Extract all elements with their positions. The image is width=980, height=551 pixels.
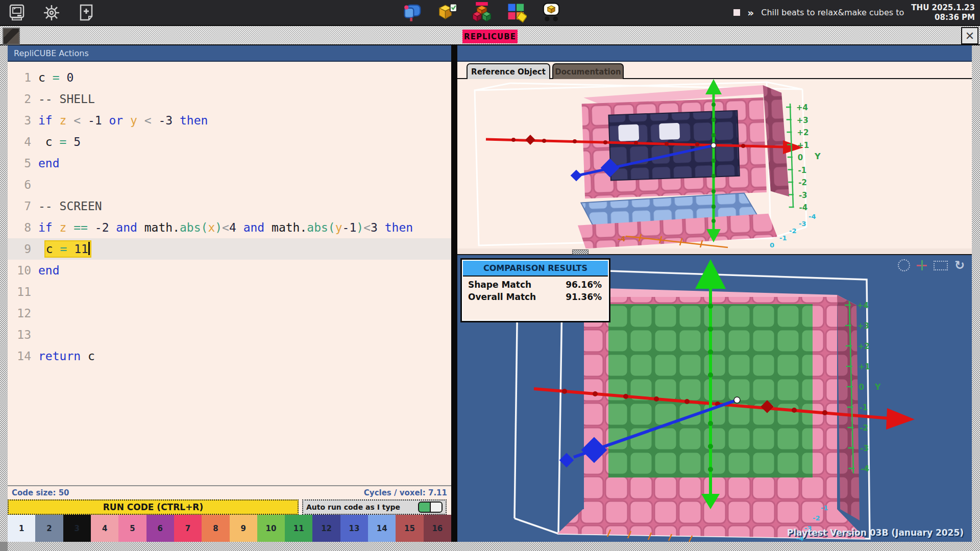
palette-swatch-16[interactable]: 16	[424, 515, 451, 542]
bottom-scroll-strip	[0, 542, 980, 551]
autorun-toggle[interactable]	[418, 502, 443, 513]
palette-swatch-3[interactable]: 3	[63, 515, 91, 542]
code-line[interactable]: 3if z < -1 or y < -3 then	[8, 110, 451, 131]
reference-3d-view[interactable]: +4+3+2+10-1-2-3-4Y-40-1-2-3-4	[457, 79, 972, 248]
comparison-label: Shape Match	[468, 280, 531, 290]
new-file-icon[interactable]	[78, 4, 95, 21]
selection-rect-icon[interactable]	[934, 261, 948, 270]
taskbar: » Chill beats to relax&make cubes to THU…	[0, 0, 980, 25]
axes-icon[interactable]	[917, 260, 927, 270]
svg-text:-4: -4	[799, 203, 808, 212]
right-panels: Reference Object Documentation	[457, 62, 972, 542]
mailbox-app-icon[interactable]	[402, 2, 423, 23]
monitor-eye-left	[618, 124, 639, 141]
autorun-label: Auto run code as I type	[306, 503, 400, 511]
code-line[interactable]: 5end	[8, 153, 451, 174]
replicube-screen: » Chill beats to relax&make cubes to THU…	[0, 0, 980, 551]
palette-swatch-9[interactable]: 9	[230, 515, 257, 542]
tab-reference-object[interactable]: Reference Object	[467, 63, 550, 79]
svg-text:+3: +3	[797, 116, 808, 125]
palette-swatch-8[interactable]: 8	[202, 515, 229, 542]
svg-text:+1: +1	[797, 141, 809, 150]
palette-swatch-15[interactable]: 15	[396, 515, 423, 542]
cube-chat-app-icon[interactable]	[541, 2, 561, 23]
palette-swatch-7[interactable]: 7	[174, 515, 202, 542]
palette-swatch-11[interactable]: 11	[285, 515, 312, 542]
right-scroll-strip	[972, 45, 980, 542]
line-number: 1	[8, 67, 31, 88]
left-border-strip	[0, 45, 8, 542]
svg-text:-3: -3	[860, 444, 869, 453]
code-line[interactable]: 13	[8, 324, 451, 345]
code-line[interactable]: 2-- SHELL	[8, 88, 451, 110]
palette-swatch-6[interactable]: 6	[146, 515, 174, 542]
palette-swatch-5[interactable]: 5	[118, 515, 146, 542]
code-line[interactable]: 7-- SCREEN	[8, 195, 451, 217]
comparison-row: Overall Match 91.36%	[462, 290, 609, 302]
palette-swatch-1[interactable]: 1	[8, 515, 35, 542]
code-line[interactable]: 14return c	[8, 345, 451, 367]
palette-swatch-14[interactable]: 14	[368, 515, 396, 542]
code-line[interactable]: 4 c = 5	[8, 131, 451, 153]
window-thumbnail-icon[interactable]	[3, 28, 20, 45]
line-number: 11	[8, 281, 31, 303]
code-line[interactable]: 6	[8, 174, 451, 195]
svg-text:+4: +4	[796, 103, 808, 112]
code-line[interactable]: 11	[8, 281, 451, 303]
svg-text:+2: +2	[797, 128, 808, 137]
code-line[interactable]: 9 c = 11	[8, 238, 451, 260]
verify-cube-app-icon[interactable]	[437, 2, 457, 23]
viewport-toolbar: ↻	[898, 259, 965, 271]
svg-text:-4: -4	[808, 213, 816, 220]
line-number: 2	[8, 88, 31, 110]
autorun-button[interactable]: Auto run code as I type	[302, 499, 447, 515]
selection-circle-icon[interactable]	[898, 259, 910, 271]
code-line[interactable]: 8if z == -2 and math.abs(x)<4 and math.a…	[8, 217, 451, 238]
palette-swatch-10[interactable]: 10	[257, 515, 285, 542]
rotate-view-icon[interactable]: ↻	[954, 260, 965, 270]
palette-swatch-4[interactable]: 4	[91, 515, 118, 542]
palette-swatch-12[interactable]: 12	[312, 515, 340, 542]
monitor-eye-right	[659, 123, 680, 140]
code-line[interactable]: 10end	[8, 260, 451, 281]
svg-text:-3: -3	[799, 191, 807, 200]
code-line[interactable]: 12	[8, 303, 451, 324]
palette-swatch-2[interactable]: 2	[35, 515, 63, 542]
svg-text:0: 0	[859, 383, 864, 392]
taskbar-apps	[402, 2, 561, 23]
run-code-button[interactable]: RUN CODE (CTRL+R)	[8, 499, 299, 515]
svg-text:-1: -1	[798, 166, 807, 175]
code-line[interactable]: 1c = 0	[8, 67, 451, 88]
stop-icon[interactable]	[733, 9, 740, 16]
code-lines[interactable]: 1c = 02-- SHELL3if z < -1 or y < -3 then…	[8, 62, 451, 485]
cycles-text: Cycles / voxel: 7.11	[364, 488, 447, 497]
tab-row: Reference Object Documentation	[457, 62, 972, 79]
version-text: Playtest Version 03B (January 2025)	[787, 528, 964, 538]
build-3d-view[interactable]: +4+3+2+10-1-2-3-4Y-1-2-3-4 COMPARISON RE…	[457, 255, 972, 542]
cubes-group-app-icon[interactable]	[472, 2, 492, 23]
svg-text:-3: -3	[799, 220, 806, 228]
splitter-grip[interactable]	[572, 249, 589, 255]
clock: THU 2025.1.23 08:36 PM	[911, 3, 975, 22]
comparison-label: Overall Match	[468, 292, 536, 302]
panel-divider[interactable]	[451, 45, 457, 542]
palette-swatch-13[interactable]: 13	[340, 515, 368, 542]
line-number: 4	[8, 131, 31, 153]
window-titlebar[interactable]: REPLICUBE ✕	[0, 25, 980, 45]
line-number: 7	[8, 195, 31, 217]
computer-icon[interactable]	[8, 4, 26, 21]
line-number: 12	[8, 303, 31, 324]
panel-splitter[interactable]	[457, 248, 972, 255]
svg-text:-2: -2	[789, 227, 796, 235]
svg-text:Y: Y	[814, 152, 821, 161]
line-number: 14	[8, 345, 31, 367]
close-button[interactable]: ✕	[961, 27, 978, 44]
tab-documentation[interactable]: Documentation	[552, 63, 624, 79]
skip-icon[interactable]: »	[747, 8, 754, 18]
comparison-row: Shape Match 96.16%	[462, 278, 609, 290]
settings-gear-icon[interactable]	[43, 4, 60, 21]
text-caret	[88, 242, 90, 255]
window-title: REPLICUBE	[462, 30, 518, 43]
color-grid-app-icon[interactable]	[506, 2, 527, 23]
svg-text:+3: +3	[857, 321, 869, 331]
